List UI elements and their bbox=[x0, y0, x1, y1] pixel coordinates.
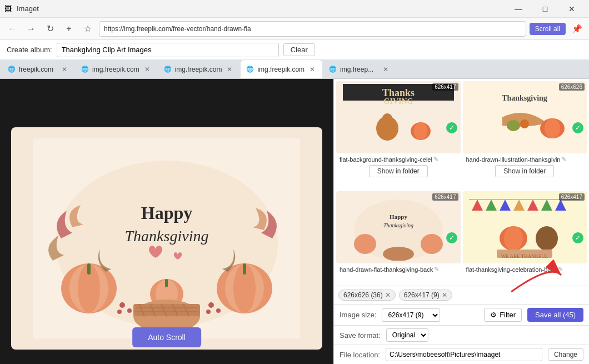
size-tag-close-2[interactable]: ✕ bbox=[442, 291, 447, 299]
gallery-grid: Thanks GIVING 626x417 ✓ bbox=[334, 79, 589, 286]
tab-title-1: freepik.com bbox=[19, 66, 57, 73]
check-badge-1: ✓ bbox=[446, 122, 457, 133]
svg-text:Happy: Happy bbox=[390, 213, 407, 220]
app-title: Imaget bbox=[17, 4, 506, 13]
size-tag-1[interactable]: 626x626 (36) ✕ bbox=[338, 290, 396, 301]
tab-5[interactable]: 🌐 img.freep... ✕ bbox=[323, 60, 396, 78]
tab-title-3: img.freepik.com bbox=[175, 66, 222, 73]
tab-title-2: img.freepik.com bbox=[92, 66, 139, 73]
svg-point-42 bbox=[507, 120, 520, 131]
forward-button[interactable]: → bbox=[23, 21, 39, 37]
filter-icon: ⚙ bbox=[490, 311, 497, 319]
minimize-button[interactable]: — bbox=[506, 0, 531, 18]
pin-button[interactable]: 📌 bbox=[569, 21, 585, 37]
gallery-item-2[interactable]: Thanksgiving 626x626 ✓ bbox=[463, 81, 587, 189]
img-dims-4: 626x417 bbox=[559, 193, 585, 201]
svg-rect-12 bbox=[165, 279, 168, 287]
tab-favicon-2: 🌐 bbox=[81, 66, 89, 73]
svg-point-24 bbox=[119, 302, 125, 308]
tab-favicon-1: 🌐 bbox=[8, 66, 16, 73]
gallery-item-3[interactable]: Happy Thanksgiving 626x417 ✓ hand-drawn-… bbox=[336, 191, 461, 283]
browser-content: Happy Thanksgiving Auto Scroll bbox=[0, 79, 333, 364]
svg-point-62 bbox=[536, 226, 558, 251]
svg-point-50 bbox=[383, 247, 414, 261]
edit-icon-1[interactable]: ✎ bbox=[433, 156, 438, 163]
gallery-item-4[interactable]: WE ARE THANKFUL 626x417 ✓ flat-thanksgiv… bbox=[463, 191, 587, 283]
svg-point-61 bbox=[504, 226, 523, 251]
title-bar: 🖼 Imaget — □ ✕ bbox=[0, 0, 589, 18]
album-name-input[interactable] bbox=[57, 43, 279, 57]
main-image: Happy Thanksgiving bbox=[11, 127, 322, 350]
format-bar: Save format: Original JPEG PNG WebP bbox=[334, 325, 589, 345]
save-all-button[interactable]: Save all (45) bbox=[527, 308, 583, 322]
gallery-item-1[interactable]: Thanks GIVING 626x417 ✓ bbox=[336, 81, 461, 189]
auto-scroll-button[interactable]: Auto Scroll bbox=[132, 327, 201, 347]
options-bar: Image size: 626x417 (9) 626x626 (36) ⚙ F… bbox=[334, 304, 589, 325]
svg-text:Thanksgiving: Thanksgiving bbox=[125, 227, 209, 245]
size-tag-2[interactable]: 626x417 (9) ✕ bbox=[399, 290, 452, 301]
edit-icon-4[interactable]: ✎ bbox=[558, 266, 563, 273]
svg-point-35 bbox=[382, 113, 393, 127]
tab-title-5: img.freep... bbox=[340, 66, 378, 73]
img-name-4: flat-thanksgiving-celebration-back ✎ bbox=[463, 263, 587, 275]
tab-2[interactable]: 🌐 img.freepik.com ✕ bbox=[76, 60, 157, 78]
img-dims-1: 626x417 bbox=[432, 83, 458, 91]
tab-title-4: img.freepik.com bbox=[257, 66, 305, 73]
show-folder-btn-1[interactable]: Show in folder bbox=[369, 165, 428, 177]
change-button[interactable]: Change bbox=[548, 348, 583, 361]
size-tag-close-1[interactable]: ✕ bbox=[385, 291, 391, 299]
check-badge-2: ✓ bbox=[572, 122, 583, 133]
tab-close-4[interactable]: ✕ bbox=[308, 65, 317, 74]
bookmark-button[interactable]: ☆ bbox=[80, 21, 96, 37]
svg-point-41 bbox=[545, 118, 560, 138]
size-filter-bar: 626x626 (36) ✕ 626x417 (9) ✕ bbox=[334, 286, 589, 304]
svg-text:Thanksgiving: Thanksgiving bbox=[383, 222, 413, 228]
maximize-button[interactable]: □ bbox=[532, 0, 558, 18]
tab-favicon-3: 🌐 bbox=[164, 66, 172, 73]
tab-close-5[interactable]: ✕ bbox=[381, 65, 390, 74]
format-label: Save format: bbox=[340, 331, 381, 340]
refresh-button[interactable]: ↻ bbox=[42, 21, 58, 37]
edit-icon-2[interactable]: ✎ bbox=[561, 156, 566, 163]
back-button[interactable]: ← bbox=[4, 21, 20, 37]
tab-close-3[interactable]: ✕ bbox=[225, 65, 234, 74]
tabs-bar: 🌐 freepik.com ✕ 🌐 img.freepik.com ✕ 🌐 im… bbox=[0, 60, 589, 79]
location-input[interactable] bbox=[386, 348, 542, 361]
address-bar[interactable] bbox=[99, 21, 526, 37]
browser-toolbar: ← → ↻ + ☆ Scroll all 📌 bbox=[0, 18, 589, 40]
tab-close-2[interactable]: ✕ bbox=[143, 65, 152, 74]
svg-point-26 bbox=[117, 310, 122, 314]
tab-favicon-4: 🌐 bbox=[246, 66, 254, 73]
svg-point-37 bbox=[414, 122, 427, 140]
scroll-all-button[interactable]: Scroll all bbox=[530, 23, 566, 35]
svg-point-29 bbox=[206, 310, 211, 314]
tab-favicon-5: 🌐 bbox=[329, 66, 337, 73]
svg-point-43 bbox=[520, 119, 529, 128]
tab-3[interactable]: 🌐 img.freepik.com ✕ bbox=[158, 60, 240, 78]
show-folder-btn-2[interactable]: Show in folder bbox=[495, 165, 554, 177]
svg-point-46 bbox=[354, 234, 376, 254]
tab-1[interactable]: 🌐 freepik.com ✕ bbox=[2, 60, 74, 78]
tab-4[interactable]: 🌐 img.freepik.com ✕ bbox=[241, 60, 322, 78]
svg-text:Thanks: Thanks bbox=[382, 87, 415, 98]
svg-point-25 bbox=[127, 308, 132, 313]
svg-rect-9 bbox=[243, 263, 246, 275]
img-dims-2: 626x626 bbox=[559, 83, 585, 91]
svg-text:GIVING: GIVING bbox=[383, 97, 413, 106]
filter-button[interactable]: ⚙ Filter bbox=[484, 308, 522, 322]
svg-point-28 bbox=[216, 308, 221, 313]
location-bar: File location: Change bbox=[334, 345, 589, 364]
window-controls: — □ ✕ bbox=[506, 0, 585, 18]
img-name-2: hand-drawn-illustration-thanksgivin ✎ bbox=[463, 153, 587, 165]
svg-point-27 bbox=[208, 302, 214, 308]
location-label: File location: bbox=[340, 351, 380, 359]
svg-point-47 bbox=[421, 234, 443, 254]
close-button[interactable]: ✕ bbox=[559, 0, 585, 18]
image-size-select[interactable]: 626x417 (9) 626x626 (36) bbox=[382, 308, 440, 322]
format-select[interactable]: Original JPEG PNG WebP bbox=[386, 328, 428, 342]
edit-icon-3[interactable]: ✎ bbox=[434, 266, 439, 273]
tab-close-1[interactable]: ✕ bbox=[60, 65, 69, 74]
img-name-1: flat-background-thanksgiving-celel ✎ bbox=[336, 153, 461, 165]
new-tab-button[interactable]: + bbox=[61, 21, 77, 37]
clear-button[interactable]: Clear bbox=[283, 43, 315, 56]
